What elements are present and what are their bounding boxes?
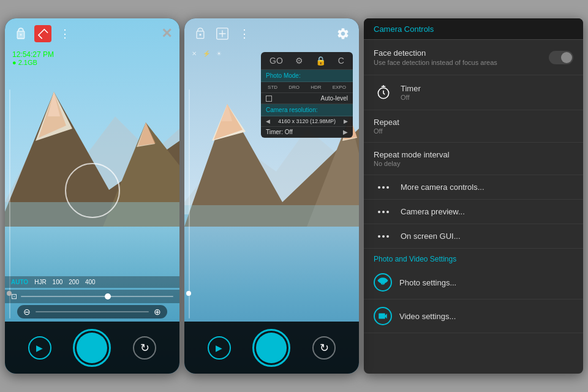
bottom-controls-1: ▶ ↻	[5, 322, 179, 374]
camera-resolution-label: Camera resolution:	[261, 104, 353, 116]
settings-go[interactable]: GO	[270, 56, 283, 66]
repeat-value: Off	[374, 127, 399, 135]
mode-std[interactable]: STD	[268, 85, 277, 90]
photo-settings-item[interactable]: Photo settings...	[364, 266, 583, 300]
repeat-item[interactable]: Repeat Off	[364, 110, 583, 143]
exposure-slider[interactable]	[21, 296, 173, 297]
three-dots-3	[378, 235, 389, 238]
resolution-value: 4160 x 3120 (12.98MP)	[278, 118, 336, 124]
svg-rect-23	[184, 205, 359, 227]
storage-display: ● 2.1GB	[12, 59, 172, 66]
zoom-in-icon[interactable]: ⊕	[154, 307, 161, 317]
close-button-1[interactable]: ✕	[161, 26, 172, 42]
arrow-left[interactable]: ◀	[266, 118, 270, 124]
viewfinder-circle[interactable]	[65, 163, 120, 218]
settings-icons-row: GO ⚙ 🔒 C	[261, 52, 353, 70]
face-detection-item[interactable]: Face detection Use face detection instea…	[364, 40, 583, 75]
shutter-button-2[interactable]	[252, 329, 290, 367]
camera-preview-label: Camera preview...	[401, 207, 465, 216]
auto-level-checkbox[interactable]	[266, 96, 272, 102]
top-bar-2: ⋮	[184, 18, 359, 49]
exposure-icon-2[interactable]	[214, 25, 231, 42]
icon-small-2[interactable]: ⚡	[203, 50, 210, 57]
video-icon-1: ▶	[36, 343, 43, 353]
svg-point-12	[20, 34, 21, 36]
more-controls-left: More camera controls...	[374, 183, 484, 192]
right-settings-panel: Camera Controls Face detection Use face …	[364, 18, 583, 374]
mode-hdr[interactable]: HDR	[311, 85, 321, 90]
iso-bar: AUTO HJR 100 200 400	[5, 276, 179, 288]
photo-mode-button-1[interactable]: ↻	[133, 336, 156, 360]
three-dots-icon-1[interactable]: ⋮	[56, 25, 74, 42]
panel-content: Face detection Use face detection instea…	[364, 40, 583, 374]
camera-preview-dots-icon	[374, 211, 393, 213]
icon-small-1[interactable]: ✕	[192, 50, 197, 57]
dot-4	[378, 211, 380, 213]
mode-expo[interactable]: EXPO	[333, 85, 346, 90]
three-dots-icon-2[interactable]: ⋮	[236, 25, 253, 42]
exposure-icon[interactable]	[34, 25, 51, 42]
dot-7	[378, 235, 380, 238]
zoom-slider[interactable]	[36, 311, 149, 312]
more-controls-item[interactable]: More camera controls...	[364, 175, 583, 200]
timer-icon	[374, 83, 393, 102]
repeat-mode-text: Repeat mode interval No delay	[374, 150, 450, 167]
panel-header-title: Camera Controls	[374, 24, 434, 34]
panel-header: Camera Controls	[364, 18, 583, 40]
lock-icon[interactable]	[12, 25, 29, 42]
exposure-bar: ⊡	[5, 290, 179, 303]
photo-mode-button-2[interactable]: ↻	[312, 336, 336, 360]
gear-icon[interactable]	[334, 25, 352, 42]
timer-arrow[interactable]: ▶	[343, 129, 348, 135]
on-screen-gui-dots-icon	[374, 235, 393, 238]
three-dots-1	[378, 186, 389, 189]
svg-point-25	[199, 34, 201, 36]
iso-100[interactable]: 100	[53, 279, 63, 285]
face-detection-title: Face detection	[374, 48, 497, 58]
settings-gear[interactable]: ⚙	[295, 56, 303, 66]
arrow-right[interactable]: ▶	[344, 118, 348, 124]
video-settings-label: Video settings...	[399, 312, 456, 321]
on-screen-gui-item[interactable]: On screen GUI...	[364, 224, 583, 249]
iso-auto-label[interactable]: AUTO	[11, 279, 28, 285]
camera-preview-item[interactable]: Camera preview...	[364, 200, 583, 224]
main-container: ⋮ ✕ 12:54:27 PM ● 2.1GB AUTO HJR 100 200…	[0, 0, 588, 392]
iso-hjr[interactable]: HJR	[34, 279, 46, 285]
timer-row[interactable]: Timer: Off ▶	[261, 127, 353, 138]
time-display: 12:54:27 PM	[12, 50, 172, 59]
settings-lock[interactable]: 🔒	[315, 56, 326, 66]
photo-settings-left: Photo settings...	[374, 273, 456, 292]
photo-mode-icon-2: ↻	[320, 341, 329, 355]
auto-level-row[interactable]: Auto-level	[261, 93, 353, 104]
top-bar-1: ⋮ ✕	[5, 18, 179, 49]
zoom-out-icon[interactable]: ⊖	[23, 307, 31, 317]
repeat-title: Repeat	[374, 118, 399, 127]
toggle-knob	[561, 52, 572, 63]
video-button-2[interactable]: ▶	[208, 336, 231, 360]
timer-item[interactable]: Timer Off	[364, 75, 583, 110]
lock-icon-2[interactable]	[192, 25, 209, 42]
dot-2	[382, 186, 385, 189]
shutter-inner-2	[256, 333, 287, 363]
repeat-mode-item[interactable]: Repeat mode interval No delay	[364, 143, 583, 175]
shutter-button-1[interactable]	[73, 329, 111, 367]
top-bar-left-1: ⋮	[12, 25, 74, 42]
iso-400[interactable]: 400	[85, 279, 96, 285]
more-controls-label: More camera controls...	[401, 183, 484, 192]
resolution-row[interactable]: ◀ 4160 x 3120 (12.98MP) ▶	[261, 116, 353, 127]
mode-dro[interactable]: DRO	[288, 85, 300, 90]
on-screen-gui-left: On screen GUI...	[374, 232, 461, 241]
repeat-item-left: Repeat Off	[374, 118, 399, 135]
settings-c[interactable]: C	[338, 56, 344, 66]
more-controls-dots-icon	[374, 186, 393, 189]
dot-1	[378, 186, 380, 189]
video-button-1[interactable]: ▶	[28, 336, 51, 360]
video-settings-item[interactable]: Video settings...	[364, 300, 583, 333]
shutter-inner-1	[77, 333, 107, 363]
dot-3	[386, 186, 389, 189]
face-detection-toggle[interactable]	[549, 51, 573, 64]
icon-small-3[interactable]: ☀	[216, 50, 222, 57]
iso-200[interactable]: 200	[69, 279, 79, 285]
repeat-text: Repeat Off	[374, 118, 399, 135]
left-slider-2[interactable]	[188, 89, 190, 318]
